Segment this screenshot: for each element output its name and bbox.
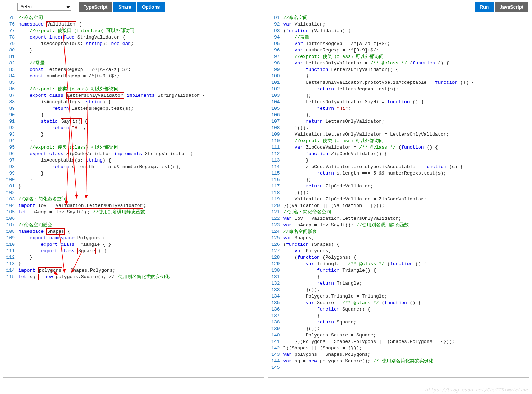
code-line[interactable]: 137 } [268,313,529,319]
line-source[interactable]: isAcceptable(s: string) { [18,157,264,164]
line-source[interactable]: (function (Validation) { [283,28,529,34]
code-line[interactable]: 123var isAccp = lov.SayHi(); //使用别名调用静态函… [268,222,529,228]
line-source[interactable]: export class ZipCodeValidator implements… [18,151,264,157]
line-source[interactable]: return lettersRegexp.test(s); [283,86,529,92]
line-source[interactable]: } [18,131,264,138]
line-source[interactable]: var Square = /** @class */ (function () … [283,300,529,306]
code-line[interactable]: 80 } [3,47,264,54]
code-line[interactable]: 113 } [268,157,529,164]
javascript-button[interactable]: JavaScript [495,2,528,12]
code-line[interactable]: 131 } [268,274,529,280]
code-line[interactable]: 109 Validation.LettersOnlyValidator = Le… [268,131,529,138]
line-source[interactable]: import lov = Validation.LettersOnlyValid… [18,203,264,209]
code-line[interactable]: 110 //exprot: 使类（class）可以外部访问 [268,138,529,144]
line-source[interactable]: var polygons = Shapes.Polygons; [283,352,529,358]
line-source[interactable]: function Triangle() { [283,267,529,274]
line-source[interactable]: }()); [283,190,529,196]
code-line[interactable]: 108 }()); [268,125,529,131]
code-line[interactable]: 103 }; [268,92,529,99]
code-line[interactable]: 106 }; [268,112,529,118]
line-source[interactable]: //命名空间嵌套 [283,228,529,235]
line-source[interactable]: var Polygons; [283,248,529,254]
line-source[interactable]: } [18,170,264,177]
line-source[interactable]: namespace Shapes { [18,228,264,235]
line-source[interactable]: return "Hi"; [18,125,264,131]
code-line[interactable]: 84 const numberRegexp = /^[0-9]+$/; [3,73,264,80]
line-source[interactable]: } [18,177,264,183]
code-line[interactable]: 104import lov = Validation.LettersOnlyVa… [3,203,264,209]
code-line[interactable]: 102 [3,190,264,196]
code-line[interactable]: 91 static SayHi() { [3,118,264,125]
code-line[interactable]: 92var Validation; [268,21,529,28]
line-source[interactable]: //常量 [283,34,529,41]
line-source[interactable]: namespace Validation { [18,21,264,28]
code-line[interactable]: 121//别名：简化命名空间 [268,209,529,216]
code-line[interactable]: 97 isAcceptable(s: string) { [3,157,264,164]
line-source[interactable]: //命名空间嵌套 [18,222,264,228]
line-source[interactable]: //命名空间 [283,15,529,21]
code-line[interactable]: 99 } [3,170,264,177]
code-line[interactable]: 91//命名空间 [268,15,529,21]
line-source[interactable]: import polygons = Shapes.Polygons; [18,267,264,274]
line-source[interactable]: } [283,73,529,80]
line-source[interactable]: static SayHi() { [18,118,264,125]
code-line[interactable]: 97 //exprot: 使类（class）可以外部访问 [268,54,529,60]
code-line[interactable]: 96 export class ZipCodeValidator impleme… [3,151,264,157]
code-line[interactable]: 130 function Triangle() { [268,267,529,274]
line-source[interactable]: //别名：简化命名空间 [283,209,529,216]
code-line[interactable]: 125var Shapes; [268,235,529,241]
code-line[interactable]: 94 //常量 [268,34,529,41]
code-line[interactable]: 94 } [3,138,264,144]
code-line[interactable]: 108namespace Shapes { [3,228,264,235]
line-source[interactable]: Polygons.Triangle = Triangle; [283,293,529,300]
line-source[interactable]: } [18,112,264,118]
code-line[interactable]: 112 function ZipCodeValidator() { [268,151,529,157]
line-source[interactable] [18,216,264,222]
code-line[interactable]: 105let isAccp = lov.SayHi(); //使用别名调用静态函… [3,209,264,216]
code-line[interactable]: 139 }()); [268,326,529,332]
line-source[interactable]: export interface StringValidator { [18,34,264,41]
line-source[interactable]: } [283,274,529,280]
line-source[interactable] [18,80,264,86]
code-line[interactable]: 114 ZipCodeValidator.prototype.isAccepta… [268,164,529,170]
line-source[interactable]: Polygons.Square = Square; [283,332,529,339]
line-source[interactable]: })(Polygons = Shapes.Polygons || (Shapes… [283,339,529,345]
code-line[interactable]: 122var lov = Validation.LettersOnlyValid… [268,216,529,222]
line-source[interactable]: //常量 [18,60,264,67]
line-source[interactable]: var Shapes; [283,235,529,241]
line-source[interactable]: return LettersOnlyValidator; [283,118,529,125]
line-source[interactable]: } [18,183,264,190]
line-source[interactable] [283,364,529,371]
line-source[interactable] [18,54,264,60]
code-line[interactable]: 93 } [3,131,264,138]
line-source[interactable]: var ZipCodeValidator = /** @class */ (fu… [283,144,529,151]
code-line[interactable]: 106 [3,216,264,222]
code-line[interactable]: 107 return LettersOnlyValidator; [268,118,529,125]
line-source[interactable]: export class Square { } [18,248,264,254]
code-line[interactable]: 105 return "Hi"; [268,105,529,112]
code-line[interactable]: 119 Validation.ZipCodeValidator = ZipCod… [268,196,529,203]
line-source[interactable]: var LettersOnlyValidator = /** @class */… [283,60,529,67]
code-line[interactable]: 100 } [3,177,264,183]
code-line[interactable]: 82 //常量 [3,60,264,67]
line-source[interactable]: var numberRegexp = /^[0-9]+$/; [283,47,529,54]
line-source[interactable]: var Triangle = /** @class */ (function (… [283,261,529,267]
line-source[interactable]: var sq = new polygons.Square(); // 使用别名简… [283,358,529,364]
typescript-button[interactable]: TypeScript [79,2,112,12]
code-line[interactable]: 85 [3,80,264,86]
code-line[interactable]: 87 export class LettersOnlyValidator imp… [3,92,264,99]
line-source[interactable]: function ZipCodeValidator() { [283,151,529,157]
line-source[interactable]: }; [283,177,529,183]
options-button[interactable]: Options [137,2,165,12]
code-line[interactable]: 128 (function (Polygons) { [268,254,529,261]
line-source[interactable]: var lov = Validation.LettersOnlyValidato… [283,216,529,222]
code-line[interactable]: 95 var lettersRegexp = /^[A-Za-z]+$/; [268,41,529,47]
line-source[interactable]: return s.length === 5 && numberRegexp.te… [283,170,529,177]
line-source[interactable]: let isAccp = lov.SayHi(); //使用别名调用静态函数 [18,209,264,216]
code-line[interactable]: 111 export class Square { } [3,248,264,254]
line-source[interactable]: //命名空间 [18,15,264,21]
code-line[interactable]: 140 Polygons.Square = Square; [268,332,529,339]
code-line[interactable]: 143var polygons = Shapes.Polygons; [268,352,529,358]
line-source[interactable]: Validation.ZipCodeValidator = ZipCodeVal… [283,196,529,203]
code-line[interactable]: 77 //exprot: 使接口（interface）可以外部访问 [3,28,264,34]
